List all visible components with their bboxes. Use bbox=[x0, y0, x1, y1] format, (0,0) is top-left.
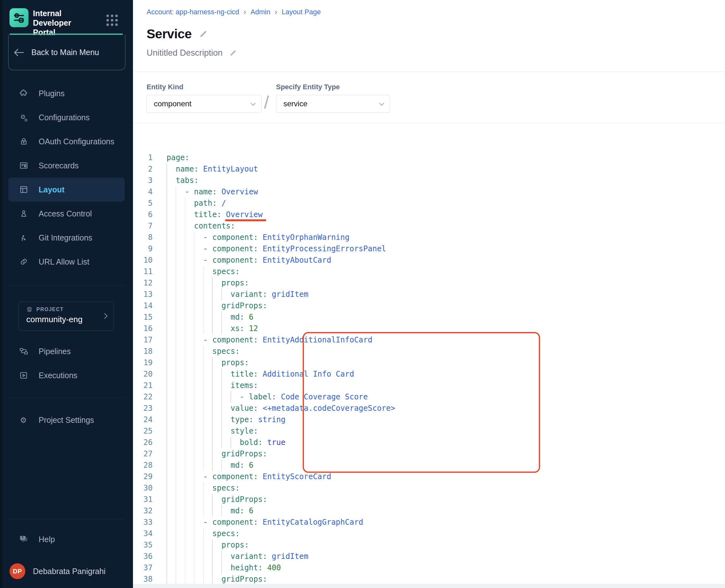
page-description: Unititled Description bbox=[147, 48, 223, 58]
line-number: 28 bbox=[133, 460, 152, 471]
code-text: gridProps: bbox=[167, 494, 267, 505]
code-line[interactable]: 28md: 6 bbox=[133, 460, 725, 471]
gears-icon: ⚙⚙ bbox=[19, 113, 28, 122]
edit-description-pencil-icon[interactable] bbox=[229, 49, 237, 57]
idp-logo[interactable] bbox=[9, 8, 28, 27]
breadcrumb-link[interactable]: Layout Page bbox=[282, 8, 321, 16]
code-line[interactable]: 35props: bbox=[133, 539, 725, 551]
code-line[interactable]: 34specs: bbox=[133, 528, 725, 539]
sidebar-item-git-integrations[interactable]: Git Integrations bbox=[5, 226, 128, 250]
code-line[interactable]: 26bold: true bbox=[133, 437, 725, 448]
line-number: 23 bbox=[133, 402, 152, 414]
code-line[interactable]: 16xs: 12 bbox=[133, 323, 725, 334]
code-line[interactable]: 37height: 400 bbox=[133, 562, 725, 573]
entity-type-label: Specify Entity Type bbox=[276, 83, 340, 91]
code-line[interactable]: 22- label: Code Coverage Score bbox=[133, 391, 725, 402]
entity-kind-label: Entity Kind bbox=[147, 83, 183, 91]
code-line[interactable]: 8- component: EntityOrphanWarning bbox=[133, 232, 725, 243]
layout-icon bbox=[19, 185, 28, 194]
entity-kind-dropdown[interactable]: component bbox=[147, 95, 262, 113]
puzzle-icon bbox=[19, 89, 28, 98]
sidebar-item-configurations[interactable]: ⚙⚙Configurations bbox=[5, 105, 128, 129]
line-number: 20 bbox=[133, 369, 152, 380]
back-to-main-menu-button[interactable]: Back to Main Menu bbox=[8, 35, 125, 70]
code-line[interactable]: 4- name: Overview bbox=[133, 186, 725, 197]
apps-grid-icon[interactable] bbox=[106, 15, 120, 27]
code-line[interactable]: 23value: <+metadata.codeCoverageScore> bbox=[133, 402, 725, 414]
sliders-icon bbox=[13, 12, 25, 24]
executions-icon bbox=[19, 371, 28, 380]
yaml-editor[interactable]: 1page:2name: EntityLayout3tabs:4- name: … bbox=[133, 152, 725, 585]
code-line[interactable]: 30specs: bbox=[133, 482, 725, 494]
svg-text:⚙: ⚙ bbox=[24, 118, 28, 122]
code-line[interactable]: 36variant: gridItem bbox=[133, 551, 725, 562]
indent-guides bbox=[167, 197, 194, 209]
code-line[interactable]: 32md: 6 bbox=[133, 505, 725, 517]
code-line[interactable]: 1page: bbox=[133, 152, 725, 163]
breadcrumb-link[interactable]: Account: app-harness-ng-cicd bbox=[147, 8, 239, 16]
code-line[interactable]: 21items: bbox=[133, 380, 725, 391]
code-line[interactable]: 25style: bbox=[133, 425, 725, 437]
code-line[interactable]: 17- component: EntityAdditionalInfoCard bbox=[133, 334, 725, 345]
code-text: title: Overview bbox=[167, 209, 263, 220]
user-menu[interactable]: DP Debabrata Panigrahi bbox=[9, 561, 127, 582]
line-number: 1 bbox=[133, 152, 152, 163]
code-line[interactable]: 24type: string bbox=[133, 414, 725, 425]
code-line[interactable]: 14gridProps: bbox=[133, 300, 725, 311]
sidebar-item-executions[interactable]: Executions bbox=[5, 363, 128, 387]
code-text: - component: EntityCatalogGraphCard bbox=[167, 517, 363, 528]
sidebar-item-oauth-configurations[interactable]: OAuth Configurations bbox=[5, 129, 128, 153]
kind-type-separator: / bbox=[264, 92, 269, 112]
line-number: 3 bbox=[133, 175, 152, 186]
code-line[interactable]: 27gridProps: bbox=[133, 448, 725, 460]
indent-guides bbox=[167, 243, 203, 254]
sidebar-item-layout[interactable]: Layout bbox=[8, 177, 125, 202]
indent-guides bbox=[167, 391, 240, 402]
code-text: - component: EntityScoreCard bbox=[167, 471, 331, 482]
code-line[interactable]: 31gridProps: bbox=[133, 494, 725, 505]
indent-guides bbox=[167, 357, 221, 369]
code-line[interactable]: 38gridProps: bbox=[133, 573, 725, 585]
user-name: Debabrata Panigrahi bbox=[33, 567, 105, 576]
breadcrumb-link[interactable]: Admin bbox=[250, 8, 270, 16]
sidebar-item-pipelines[interactable]: Pipelines bbox=[5, 339, 128, 363]
code-line[interactable]: 29- component: EntityScoreCard bbox=[133, 471, 725, 482]
code-text: - component: EntityOrphanWarning bbox=[167, 232, 350, 243]
indent-guides bbox=[167, 266, 212, 277]
code-line[interactable]: 13variant: gridItem bbox=[133, 289, 725, 300]
project-label: PROJECT bbox=[36, 307, 64, 312]
code-line[interactable]: 11specs: bbox=[133, 266, 725, 277]
code-line[interactable]: 5path: / bbox=[133, 197, 725, 209]
code-line[interactable]: 15md: 6 bbox=[133, 311, 725, 323]
code-line[interactable]: 7contents: bbox=[133, 220, 725, 232]
code-text: items: bbox=[167, 380, 258, 391]
indent-guides bbox=[167, 425, 230, 437]
code-line[interactable]: 2name: EntityLayout bbox=[133, 163, 725, 175]
sidebar-item-plugins[interactable]: Plugins bbox=[5, 81, 128, 105]
project-selector[interactable]: PROJECT community-eng bbox=[18, 301, 114, 331]
sidebar-item-access-control[interactable]: Access Control bbox=[5, 202, 128, 226]
code-text: path: / bbox=[167, 197, 226, 209]
line-number: 30 bbox=[133, 482, 152, 494]
code-line[interactable]: 33- component: EntityCatalogGraphCard bbox=[133, 517, 725, 528]
code-text: props: bbox=[167, 357, 249, 369]
code-line[interactable]: 20title: Additional Info Card bbox=[133, 369, 725, 380]
code-line[interactable]: 10- component: EntityAboutCard bbox=[133, 254, 725, 266]
sidebar-item-label: Project Settings bbox=[39, 416, 94, 425]
chevron-down-icon bbox=[251, 101, 256, 106]
sidebar-item-label: Executions bbox=[39, 371, 77, 380]
code-line[interactable]: 6title: Overview bbox=[133, 209, 725, 220]
sidebar-item-project-settings[interactable]: ⚙Project Settings bbox=[5, 408, 128, 432]
code-line[interactable]: 3tabs: bbox=[133, 175, 725, 186]
code-line[interactable]: 12props: bbox=[133, 277, 725, 289]
edit-title-pencil-icon[interactable] bbox=[199, 29, 208, 39]
sidebar-item-scorecards[interactable]: Scorecards bbox=[5, 153, 128, 177]
entity-type-dropdown[interactable]: service bbox=[276, 95, 390, 113]
code-line[interactable]: 19props: bbox=[133, 357, 725, 369]
sidebar-item-url-allow-list[interactable]: URL Allow List bbox=[5, 250, 128, 274]
code-line[interactable]: 9- component: EntityProcessingErrorsPane… bbox=[133, 243, 725, 254]
sidebar-item-help[interactable]: ? Help bbox=[5, 527, 128, 551]
code-line[interactable]: 18specs: bbox=[133, 345, 725, 357]
divider bbox=[7, 285, 125, 286]
code-text: props: bbox=[167, 277, 249, 289]
